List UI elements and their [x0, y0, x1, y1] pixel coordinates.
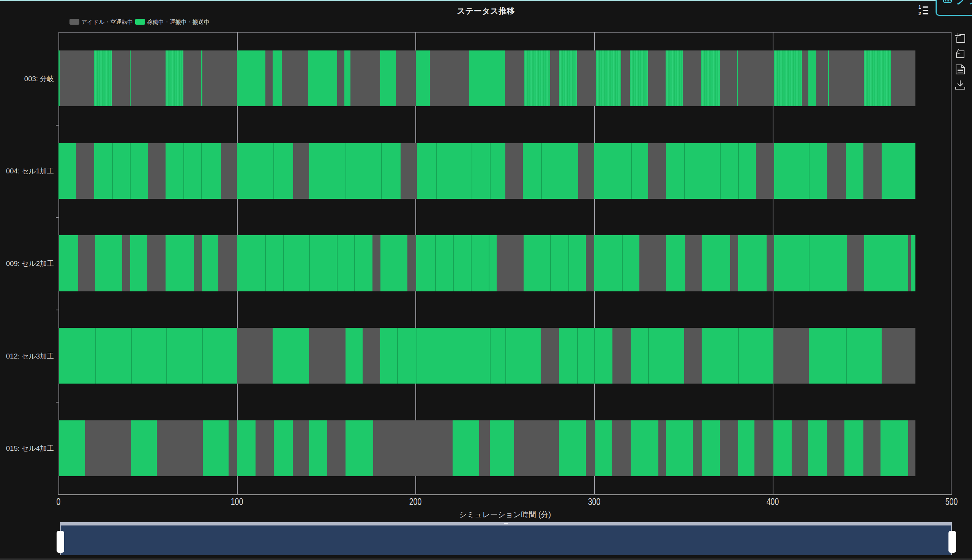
svg-text:1: 1 — [919, 5, 921, 10]
svg-text:2: 2 — [919, 11, 921, 15]
